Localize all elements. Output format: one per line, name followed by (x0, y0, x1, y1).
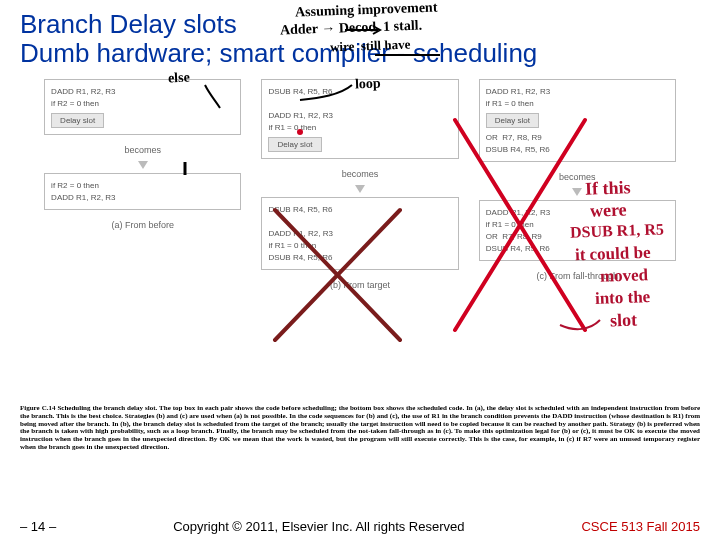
code-line: if R1 = 0 then (268, 123, 451, 132)
col-a-top-box: DADD R1, R2, R3 if R2 = 0 then Delay slo… (44, 79, 241, 135)
becomes-label: becomes (342, 169, 379, 179)
col-b: DSUB R4, R5, R6 DADD R1, R2, R3 if R1 = … (257, 79, 462, 399)
code-line: DADD R1, R2, R3 (51, 193, 234, 202)
footer: – 14 – Copyright © 2011, Elsevier Inc. A… (0, 519, 720, 534)
figure-caption: Figure C.14 Scheduling the branch delay … (20, 405, 700, 451)
code-line: DSUB R4, R5, R6 (268, 87, 451, 96)
arrow-down-icon (572, 188, 582, 196)
code-line: DADD R1, R2, R3 (51, 87, 234, 96)
code-line: DADD R1, R2, R3 (268, 111, 451, 120)
delay-slot-box: Delay slot (268, 137, 321, 152)
slide: Branch Delay slots Dumb hardware; smart … (0, 0, 720, 540)
code-gap (268, 99, 451, 108)
page-number: – 14 – (20, 519, 56, 534)
code-line: if R1 = 0 then (486, 99, 669, 108)
code-line: DSUB R4, R5, R6 (486, 244, 669, 253)
col-b-top-box: DSUB R4, R5, R6 DADD R1, R2, R3 if R1 = … (261, 79, 458, 159)
title-line1: Branch Delay slots (20, 9, 237, 39)
delay-slot-box: Delay slot (51, 113, 104, 128)
col-b-bot-box: DSUB R4, R5, R6 DADD R1, R2, R3 if R1 = … (261, 197, 458, 270)
code-gap (268, 217, 451, 226)
becomes-label: becomes (124, 145, 161, 155)
code-line: if R1 = 0 then (486, 220, 669, 229)
slide-title: Branch Delay slots Dumb hardware; smart … (20, 10, 700, 67)
code-line: DADD R1, R2, R3 (486, 208, 669, 217)
col-c-caption: (c) From fall-through (537, 271, 619, 281)
code-line: DSUB R4, R5, R6 (486, 145, 669, 154)
col-b-caption: (b) From target (330, 280, 390, 290)
title-line2: Dumb hardware; smart compiler - scheduli… (20, 38, 537, 68)
code-line: DADD R1, R2, R3 (268, 229, 451, 238)
code-line: if R1 = 0 then (268, 241, 451, 250)
code-line: OR R7, R8, R9 (486, 133, 669, 142)
code-line: if R2 = 0 then (51, 99, 234, 108)
delay-slot-box: Delay slot (486, 113, 539, 128)
code-line: DADD R1, R2, R3 (486, 87, 669, 96)
code-line: DSUB R4, R5, R6 (268, 253, 451, 262)
col-c: DADD R1, R2, R3 if R1 = 0 then Delay slo… (475, 79, 680, 399)
code-line: DSUB R4, R5, R6 (268, 205, 451, 214)
course-label: CSCE 513 Fall 2015 (581, 519, 700, 534)
copyright: Copyright © 2011, Elsevier Inc. All righ… (56, 519, 581, 534)
becomes-label: becomes (559, 172, 596, 182)
figure-area: DADD R1, R2, R3 if R2 = 0 then Delay slo… (40, 79, 680, 399)
col-c-top-box: DADD R1, R2, R3 if R1 = 0 then Delay slo… (479, 79, 676, 162)
col-a: DADD R1, R2, R3 if R2 = 0 then Delay slo… (40, 79, 245, 399)
col-c-bot-box: DADD R1, R2, R3 if R1 = 0 then OR R7, R8… (479, 200, 676, 261)
arrow-down-icon (138, 161, 148, 169)
code-line: if R2 = 0 then (51, 181, 234, 190)
arrow-down-icon (355, 185, 365, 193)
col-a-bot-box: if R2 = 0 then DADD R1, R2, R3 (44, 173, 241, 210)
code-line: OR R7, R8, R9 (486, 232, 669, 241)
col-a-caption: (a) From before (111, 220, 174, 230)
